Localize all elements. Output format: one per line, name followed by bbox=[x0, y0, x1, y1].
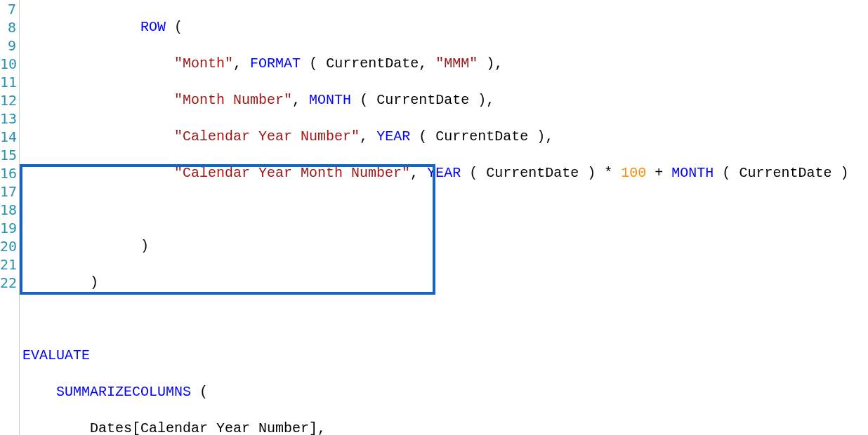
line-number: 11 bbox=[0, 73, 16, 91]
line-number: 21 bbox=[0, 255, 16, 274]
line-number: 22 bbox=[0, 274, 16, 292]
line-number: 10 bbox=[0, 55, 16, 73]
line-number: 9 bbox=[0, 36, 16, 55]
line-number: 13 bbox=[0, 109, 16, 128]
line-number: 16 bbox=[0, 164, 16, 182]
code-editor[interactable]: 7 8 9 10 11 12 13 14 15 16 17 18 19 20 2… bbox=[0, 0, 868, 435]
line-number: 17 bbox=[0, 182, 16, 201]
line-number: 12 bbox=[0, 91, 16, 109]
line-number: 14 bbox=[0, 128, 16, 146]
line-number: 18 bbox=[0, 201, 16, 219]
line-number: 19 bbox=[0, 219, 16, 237]
line-number: 20 bbox=[0, 237, 16, 255]
line-number: 8 bbox=[0, 18, 16, 36]
line-number: 15 bbox=[0, 146, 16, 164]
line-number-gutter: 7 8 9 10 11 12 13 14 15 16 17 18 19 20 2… bbox=[0, 0, 20, 435]
code-area[interactable]: ROW ( "Month", FORMAT ( CurrentDate, "MM… bbox=[20, 0, 868, 435]
line-number: 7 bbox=[0, 0, 16, 18]
